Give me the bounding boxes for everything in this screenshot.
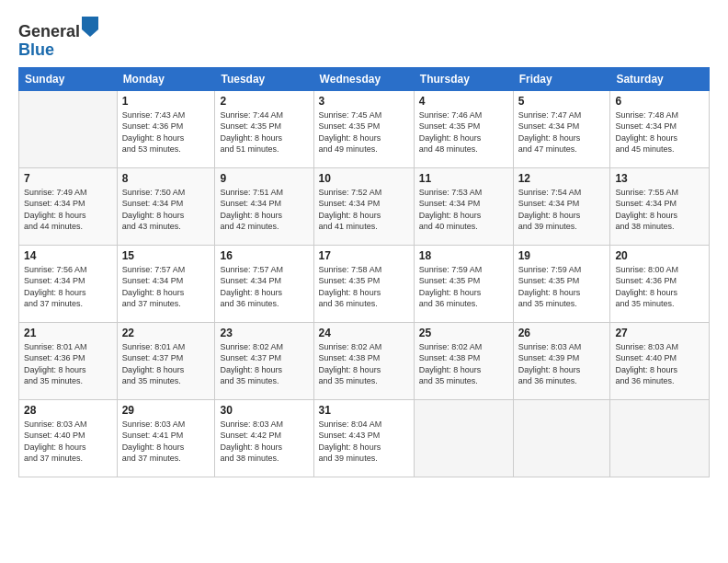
day-number: 4 — [419, 95, 508, 108]
day-info: Sunrise: 7:46 AMSunset: 4:35 PMDaylight:… — [419, 109, 508, 155]
day-number: 21 — [24, 327, 112, 339]
day-info: Sunrise: 8:02 AMSunset: 4:38 PMDaylight:… — [419, 341, 508, 387]
day-info: Sunrise: 7:59 AMSunset: 4:35 PMDaylight:… — [419, 264, 508, 310]
day-info: Sunrise: 7:53 AMSunset: 4:34 PMDaylight:… — [419, 187, 508, 233]
day-number: 14 — [24, 249, 112, 262]
day-info: Sunrise: 7:49 AMSunset: 4:34 PMDaylight:… — [24, 187, 112, 233]
calendar-cell: 30Sunrise: 8:03 AMSunset: 4:42 PMDayligh… — [215, 399, 313, 477]
calendar-cell: 21Sunrise: 8:01 AMSunset: 4:36 PMDayligh… — [19, 322, 118, 399]
day-info: Sunrise: 8:02 AMSunset: 4:38 PMDaylight:… — [319, 341, 409, 387]
calendar-cell: 15Sunrise: 7:57 AMSunset: 4:34 PMDayligh… — [117, 245, 215, 322]
calendar-cell: 4Sunrise: 7:46 AMSunset: 4:35 PMDaylight… — [414, 90, 513, 167]
day-info: Sunrise: 8:03 AMSunset: 4:42 PMDaylight:… — [220, 419, 308, 465]
calendar-cell: 19Sunrise: 7:59 AMSunset: 4:35 PMDayligh… — [513, 245, 610, 322]
day-number: 18 — [419, 249, 508, 262]
day-info: Sunrise: 8:03 AMSunset: 4:40 PMDaylight:… — [615, 341, 704, 387]
day-number: 24 — [319, 327, 409, 339]
calendar-cell — [513, 399, 610, 477]
day-number: 17 — [319, 249, 409, 262]
day-info: Sunrise: 8:03 AMSunset: 4:41 PMDaylight:… — [122, 419, 210, 465]
calendar-cell: 29Sunrise: 8:03 AMSunset: 4:41 PMDayligh… — [117, 399, 215, 477]
calendar-cell: 10Sunrise: 7:52 AMSunset: 4:34 PMDayligh… — [313, 167, 414, 245]
day-number: 29 — [122, 404, 210, 417]
day-number: 20 — [615, 249, 704, 262]
calendar-cell: 18Sunrise: 7:59 AMSunset: 4:35 PMDayligh… — [414, 245, 513, 322]
day-number: 11 — [419, 172, 508, 185]
calendar-cell: 24Sunrise: 8:02 AMSunset: 4:38 PMDayligh… — [313, 322, 414, 399]
calendar-cell: 23Sunrise: 8:02 AMSunset: 4:37 PMDayligh… — [215, 322, 313, 399]
day-number: 6 — [615, 95, 704, 108]
day-number: 27 — [615, 327, 704, 339]
day-info: Sunrise: 7:47 AMSunset: 4:34 PMDaylight:… — [518, 109, 606, 155]
calendar-cell: 13Sunrise: 7:55 AMSunset: 4:34 PMDayligh… — [610, 167, 710, 245]
day-info: Sunrise: 7:57 AMSunset: 4:34 PMDaylight:… — [220, 264, 308, 310]
day-info: Sunrise: 7:51 AMSunset: 4:34 PMDaylight:… — [220, 187, 308, 233]
calendar-cell: 20Sunrise: 8:00 AMSunset: 4:36 PMDayligh… — [610, 245, 710, 322]
day-info: Sunrise: 8:01 AMSunset: 4:37 PMDaylight:… — [122, 341, 210, 387]
day-number: 3 — [319, 95, 409, 108]
day-number: 10 — [319, 172, 409, 185]
calendar-cell: 9Sunrise: 7:51 AMSunset: 4:34 PMDaylight… — [215, 167, 313, 245]
day-number: 9 — [220, 172, 308, 185]
day-info: Sunrise: 7:55 AMSunset: 4:34 PMDaylight:… — [615, 187, 704, 233]
calendar-cell: 7Sunrise: 7:49 AMSunset: 4:34 PMDaylight… — [19, 167, 118, 245]
calendar-cell: 26Sunrise: 8:03 AMSunset: 4:39 PMDayligh… — [513, 322, 610, 399]
calendar-cell: 17Sunrise: 7:58 AMSunset: 4:35 PMDayligh… — [313, 245, 414, 322]
day-number: 5 — [518, 95, 606, 108]
weekday-header: Tuesday — [215, 67, 313, 90]
weekday-header: Sunday — [19, 67, 118, 90]
calendar-cell: 31Sunrise: 8:04 AMSunset: 4:43 PMDayligh… — [313, 399, 414, 477]
day-number: 1 — [122, 95, 210, 108]
calendar-cell: 28Sunrise: 8:03 AMSunset: 4:40 PMDayligh… — [19, 399, 118, 477]
calendar-cell: 22Sunrise: 8:01 AMSunset: 4:37 PMDayligh… — [117, 322, 215, 399]
day-info: Sunrise: 7:48 AMSunset: 4:34 PMDaylight:… — [615, 109, 704, 155]
calendar-cell: 2Sunrise: 7:44 AMSunset: 4:35 PMDaylight… — [215, 90, 313, 167]
day-info: Sunrise: 7:59 AMSunset: 4:35 PMDaylight:… — [518, 264, 606, 310]
logo-icon — [82, 17, 98, 37]
day-number: 31 — [319, 404, 409, 417]
header: General Blue — [18, 17, 710, 60]
day-number: 2 — [220, 95, 308, 108]
logo: General Blue — [18, 17, 98, 60]
day-number: 8 — [122, 172, 210, 185]
day-number: 28 — [24, 404, 112, 417]
calendar-cell: 11Sunrise: 7:53 AMSunset: 4:34 PMDayligh… — [414, 167, 513, 245]
day-info: Sunrise: 7:50 AMSunset: 4:34 PMDaylight:… — [122, 187, 210, 233]
day-info: Sunrise: 7:43 AMSunset: 4:36 PMDaylight:… — [122, 109, 210, 155]
calendar-cell: 12Sunrise: 7:54 AMSunset: 4:34 PMDayligh… — [513, 167, 610, 245]
day-number: 30 — [220, 404, 308, 417]
day-info: Sunrise: 8:00 AMSunset: 4:36 PMDaylight:… — [615, 264, 704, 310]
day-info: Sunrise: 7:45 AMSunset: 4:35 PMDaylight:… — [319, 109, 409, 155]
calendar-cell: 3Sunrise: 7:45 AMSunset: 4:35 PMDaylight… — [313, 90, 414, 167]
logo-general: General — [18, 22, 80, 40]
calendar-cell: 27Sunrise: 8:03 AMSunset: 4:40 PMDayligh… — [610, 322, 710, 399]
calendar-cell: 1Sunrise: 7:43 AMSunset: 4:36 PMDaylight… — [117, 90, 215, 167]
calendar-cell: 6Sunrise: 7:48 AMSunset: 4:34 PMDaylight… — [610, 90, 710, 167]
calendar-page: General Blue SundayMondayTuesdayWednesda… — [0, 0, 728, 563]
day-info: Sunrise: 7:44 AMSunset: 4:35 PMDaylight:… — [220, 109, 308, 155]
calendar-cell: 14Sunrise: 7:56 AMSunset: 4:34 PMDayligh… — [19, 245, 118, 322]
day-number: 19 — [518, 249, 606, 262]
day-info: Sunrise: 7:58 AMSunset: 4:35 PMDaylight:… — [319, 264, 409, 310]
weekday-header: Friday — [513, 67, 610, 90]
day-info: Sunrise: 8:04 AMSunset: 4:43 PMDaylight:… — [319, 419, 409, 465]
weekday-header: Wednesday — [313, 67, 414, 90]
day-number: 16 — [220, 249, 308, 262]
day-info: Sunrise: 8:03 AMSunset: 4:39 PMDaylight:… — [518, 341, 606, 387]
day-info: Sunrise: 7:57 AMSunset: 4:34 PMDaylight:… — [122, 264, 210, 310]
weekday-header: Monday — [117, 67, 215, 90]
calendar-cell — [19, 90, 118, 167]
day-number: 22 — [122, 327, 210, 339]
day-number: 12 — [518, 172, 606, 185]
day-info: Sunrise: 7:56 AMSunset: 4:34 PMDaylight:… — [24, 264, 112, 310]
calendar-cell: 5Sunrise: 7:47 AMSunset: 4:34 PMDaylight… — [513, 90, 610, 167]
calendar-cell — [414, 399, 513, 477]
day-number: 7 — [24, 172, 112, 185]
day-info: Sunrise: 7:52 AMSunset: 4:34 PMDaylight:… — [319, 187, 409, 233]
day-number: 23 — [220, 327, 308, 339]
calendar-table: SundayMondayTuesdayWednesdayThursdayFrid… — [18, 67, 710, 477]
day-number: 13 — [615, 172, 704, 185]
day-info: Sunrise: 8:03 AMSunset: 4:40 PMDaylight:… — [24, 419, 112, 465]
day-number: 15 — [122, 249, 210, 262]
calendar-cell: 8Sunrise: 7:50 AMSunset: 4:34 PMDaylight… — [117, 167, 215, 245]
